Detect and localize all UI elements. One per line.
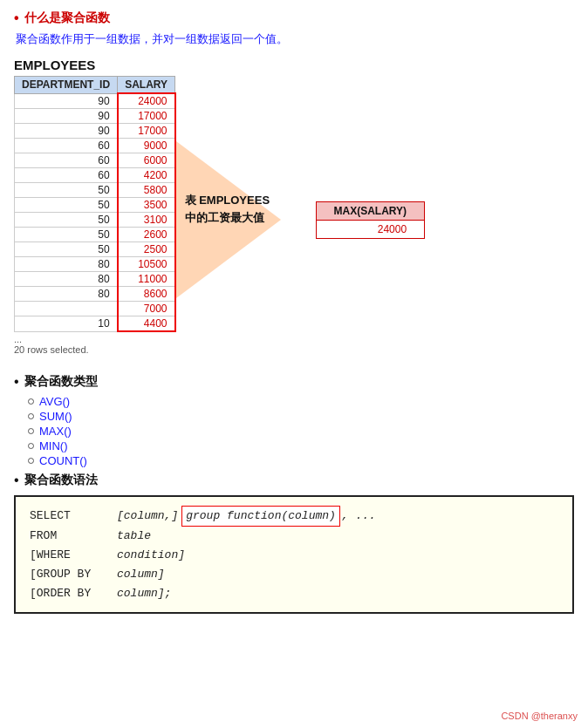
intro-text: 聚合函数作用于一组数据，并对一组数据返回一个值。 (16, 31, 574, 47)
table-row: 606000 (15, 153, 175, 168)
bullet1: • (14, 10, 19, 26)
cell-dept: 90 (15, 109, 118, 124)
col-salary: SALARY (118, 77, 175, 94)
cell-salary: 6000 (118, 153, 175, 168)
arrow-label: 表 EMPLOYEES 中的工资最大值 (185, 192, 270, 226)
cell-dept: 60 (15, 168, 118, 183)
sql-line5: [ORDER BY column]; (30, 584, 558, 603)
table-row: 8011000 (15, 272, 175, 287)
cell-dept: 80 (15, 287, 118, 302)
table-row: 604200 (15, 168, 175, 183)
sql-condition-param: condition] (117, 546, 185, 565)
sql-col-opt: [column,] (117, 507, 178, 526)
table-row: 104400 (15, 316, 175, 332)
cell-dept: 50 (15, 228, 118, 242)
table-row: 7000 (15, 302, 175, 316)
cell-dept: 50 (15, 198, 118, 213)
table-row: 503500 (15, 198, 175, 213)
table-row: 502500 (15, 242, 175, 257)
cell-salary: 10500 (118, 257, 175, 272)
cell-salary: 17000 (118, 124, 175, 139)
cell-dept: 50 (15, 242, 118, 257)
sql-syntax-box: SELECT [column,] group function(column) … (14, 495, 574, 614)
result-area: MAX(SALARY) 24000 (316, 201, 426, 239)
result-col-header: MAX(SALARY) (316, 201, 425, 220)
cell-dept: 80 (15, 272, 118, 287)
agg-function-label: AVG() (39, 395, 70, 408)
sql-kw-select: SELECT (30, 507, 117, 526)
sql-groupby-param: column] (117, 565, 165, 584)
cell-dept: 90 (15, 124, 118, 139)
cell-salary: 17000 (118, 109, 175, 124)
table-row: 8010500 (15, 257, 175, 272)
sql-table-param: table (117, 527, 151, 546)
cell-salary: 4200 (118, 168, 175, 183)
table-row: 9017000 (15, 109, 175, 124)
bullet3: • (14, 473, 19, 488)
cell-salary: 4400 (118, 316, 175, 332)
result-value: 24000 (316, 220, 425, 238)
cell-salary: 3100 (118, 213, 175, 228)
sql-kw-groupby: [GROUP BY (30, 565, 117, 584)
section3-header: • 聚合函数语法 (14, 473, 574, 488)
watermark: CSDN @theranxy (501, 711, 578, 721)
circle-bullet-icon (28, 413, 34, 419)
col-department-id: DEPARTMENT_ID (15, 77, 118, 94)
table-row: 505800 (15, 183, 175, 198)
sql-kw-where: [WHERE (30, 546, 117, 565)
cell-dept: 60 (15, 139, 118, 153)
arrow-area: 表 EMPLOYEES 中的工资最大值 (176, 124, 316, 316)
visual-area: DEPARTMENT_ID SALARY 9024000901700090170… (14, 76, 574, 364)
circle-bullet-icon (28, 428, 34, 434)
table-row: 503100 (15, 213, 175, 228)
sql-line4: [GROUP BY column] (30, 565, 558, 584)
cell-salary: 7000 (118, 302, 175, 316)
section3: • 聚合函数语法 SELECT [column,] group function… (14, 473, 574, 614)
section1-header: • 什么是聚合函数 (14, 10, 574, 26)
list-item: MIN() (28, 439, 574, 452)
list-item: MAX() (28, 425, 574, 438)
cell-dept: 10 (15, 316, 118, 332)
bullet2: • (14, 374, 19, 390)
employees-table: DEPARTMENT_ID SALARY 9024000901700090170… (14, 76, 176, 332)
cell-dept: 90 (15, 93, 118, 109)
cell-salary: 5800 (118, 183, 175, 198)
cell-salary: 2600 (118, 228, 175, 242)
cell-salary: 8600 (118, 287, 175, 302)
table-row: 609000 (15, 139, 175, 153)
result-header-row: MAX(SALARY) (316, 201, 425, 220)
result-value-row: 24000 (316, 220, 425, 238)
list-item: AVG() (28, 395, 574, 408)
result-table: MAX(SALARY) 24000 (316, 201, 426, 239)
cell-dept: 60 (15, 153, 118, 168)
section2-title: 聚合函数类型 (24, 374, 98, 390)
cell-salary: 11000 (118, 272, 175, 287)
sql-kw-from: FROM (30, 527, 117, 546)
cell-dept: 80 (15, 257, 118, 272)
sql-orderby-param: column]; (117, 584, 171, 603)
section2-header: • 聚合函数类型 (14, 374, 574, 390)
sql-line1-rest: , ... (342, 507, 376, 526)
rows-note: ... 20 rows selected. (14, 334, 176, 355)
agg-function-label: SUM() (39, 410, 72, 423)
sql-line2: FROM table (30, 527, 558, 546)
employees-label: EMPLOYEES (14, 58, 574, 72)
circle-bullet-icon (28, 398, 34, 405)
agg-function-label: COUNT() (39, 454, 87, 467)
table-header-row: DEPARTMENT_ID SALARY (15, 77, 175, 94)
sql-line3: [WHERE condition] (30, 546, 558, 565)
employees-table-container: DEPARTMENT_ID SALARY 9024000901700090170… (14, 76, 176, 364)
cell-dept: 50 (15, 183, 118, 198)
cell-salary: 9000 (118, 139, 175, 153)
section1-title: 什么是聚合函数 (24, 10, 110, 26)
agg-type-list: AVG()SUM()MAX()MIN()COUNT() (28, 395, 574, 467)
circle-bullet-icon (28, 458, 34, 464)
cell-salary: 3500 (118, 198, 175, 213)
cell-dept (15, 302, 118, 316)
table-row: 808600 (15, 287, 175, 302)
agg-function-label: MIN() (39, 439, 68, 452)
sql-fn-highlight: group function(column) (181, 506, 340, 527)
cell-dept: 50 (15, 213, 118, 228)
table-row: 9017000 (15, 124, 175, 139)
section2: • 聚合函数类型 AVG()SUM()MAX()MIN()COUNT() (14, 374, 574, 467)
